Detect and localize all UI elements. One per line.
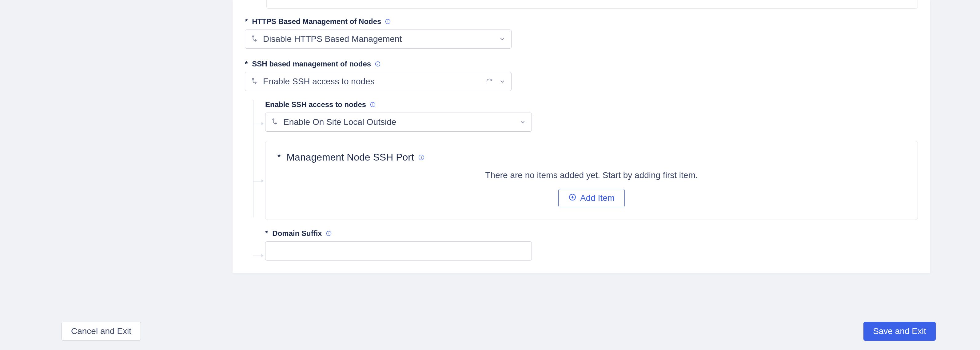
panel-title: * Management Node SSH Port — [277, 152, 906, 163]
chevron-down-icon — [499, 78, 506, 85]
cancel-label: Cancel and Exit — [71, 326, 131, 336]
save-label: Save and Exit — [873, 326, 926, 336]
select-value: Enable On Site Local Outside — [283, 117, 515, 127]
save-button[interactable]: Save and Exit — [864, 322, 936, 341]
empty-state-text: There are no items added yet. Start by a… — [277, 170, 906, 180]
previous-field-bottom — [266, 0, 918, 9]
domain-suffix-input[interactable] — [265, 242, 532, 261]
tree-arrow-icon — [261, 179, 264, 182]
label-text: Domain Suffix — [272, 229, 322, 238]
refresh-icon[interactable] — [486, 78, 493, 85]
tree-arrow-icon — [261, 122, 264, 125]
footer-actions: Cancel and Exit Save and Exit — [0, 322, 980, 341]
field-label-domain-suffix: * Domain Suffix — [265, 229, 918, 238]
svg-point-11 — [272, 119, 274, 120]
select-ssh-mgmt[interactable]: Enable SSH access to nodes — [245, 72, 512, 91]
field-label-https-mgmt: * HTTPS Based Management of Nodes — [245, 17, 918, 26]
chevron-down-icon — [499, 36, 506, 43]
cancel-button[interactable]: Cancel and Exit — [62, 322, 141, 341]
branch-icon — [271, 118, 279, 126]
add-item-button[interactable]: Add Item — [558, 189, 625, 207]
select-value: Enable SSH access to nodes — [263, 76, 482, 86]
field-https-mgmt: * HTTPS Based Management of Nodes Disabl… — [245, 17, 918, 49]
info-icon[interactable] — [325, 230, 332, 237]
plus-circle-icon — [568, 193, 576, 203]
form-card: * HTTPS Based Management of Nodes Disabl… — [232, 0, 930, 273]
field-domain-suffix: * Domain Suffix — [265, 229, 918, 261]
info-icon[interactable] — [384, 18, 391, 25]
ssh-children-tree: Enable SSH access to nodes Enable On Sit… — [253, 100, 918, 261]
field-label-ssh-mgmt: * SSH based management of nodes — [245, 60, 918, 68]
add-item-label: Add Item — [580, 193, 614, 203]
select-enable-ssh-access[interactable]: Enable On Site Local Outside — [265, 113, 532, 132]
svg-point-6 — [377, 63, 378, 63]
label-text: SSH based management of nodes — [252, 60, 371, 68]
panel-ssh-port: * Management Node SSH Port There are no … — [265, 141, 918, 220]
field-enable-ssh-access: Enable SSH access to nodes Enable On Sit… — [265, 100, 918, 132]
ssh-port-panel: * Management Node SSH Port There are no … — [265, 141, 918, 220]
label-text: Enable SSH access to nodes — [265, 100, 366, 109]
title-text: Management Node SSH Port — [286, 152, 414, 163]
field-label-enable-ssh-access: Enable SSH access to nodes — [265, 100, 918, 109]
chevron-down-icon — [519, 119, 526, 126]
info-icon[interactable] — [369, 101, 377, 108]
svg-point-3 — [252, 36, 253, 37]
label-text: HTTPS Based Management of Nodes — [252, 17, 381, 26]
info-icon[interactable] — [418, 154, 425, 161]
branch-icon — [251, 35, 259, 43]
field-ssh-mgmt: * SSH based management of nodes Enable S… — [245, 60, 918, 261]
svg-point-14 — [421, 156, 422, 156]
tree-arrow-icon — [261, 254, 264, 257]
select-value: Disable HTTPS Based Management — [263, 34, 495, 44]
select-https-mgmt[interactable]: Disable HTTPS Based Management — [245, 30, 512, 49]
branch-icon — [251, 78, 259, 86]
info-icon[interactable] — [374, 60, 382, 68]
